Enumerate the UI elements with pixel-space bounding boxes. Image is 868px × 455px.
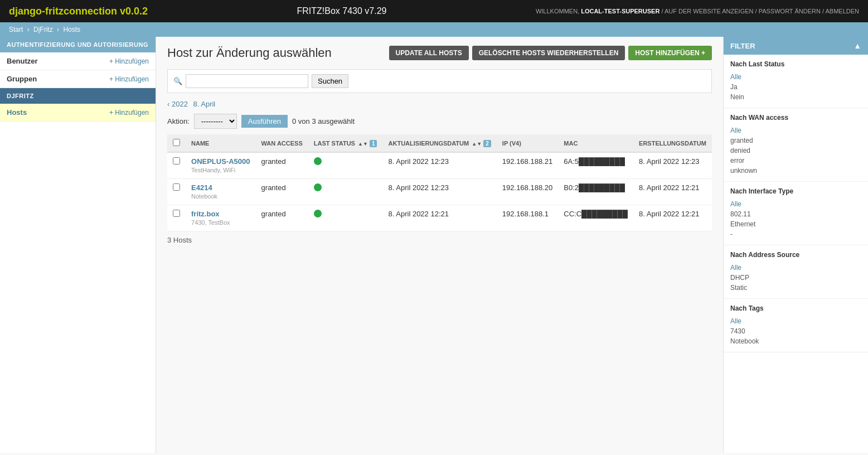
filter-item[interactable]: Notebook [730, 336, 861, 346]
date-back-link[interactable]: ‹ 2022 [167, 100, 188, 108]
filter-item[interactable]: DHCP [730, 273, 861, 283]
filter-item[interactable]: Alle [730, 316, 861, 326]
filter-item[interactable]: Alle [730, 71, 861, 82]
filter-item[interactable]: 7430 [730, 326, 861, 336]
host-name-link[interactable]: fritz.box [191, 210, 250, 218]
status-icon [314, 210, 322, 217]
filter-item[interactable]: error [730, 156, 861, 166]
filter-item[interactable]: Alle [730, 199, 861, 209]
benutzer-add-link[interactable]: + Hinzufügen [109, 57, 149, 65]
filter-item[interactable]: Alle [730, 262, 861, 273]
breadcrumb-start[interactable]: Start [9, 26, 23, 33]
add-host-button[interactable]: HOST HINZUFÜGEN + [628, 46, 712, 60]
row-aktualisierungsdatum: 8. April 2022 12:23 [383, 179, 497, 205]
row-select-checkbox[interactable] [173, 210, 180, 217]
host-sub: TestHandy, WiFi [191, 167, 235, 173]
filter-item-link[interactable]: Alle [730, 73, 741, 81]
row-mac: CC:C█████████ [558, 205, 633, 231]
filter-item[interactable]: Alle [730, 125, 861, 135]
col-name: NAME [186, 134, 256, 152]
filter-section-title: Nach Last Status [730, 60, 861, 68]
hosts-label: Hosts [7, 108, 27, 117]
breadcrumb-djfritz[interactable]: DjFritz [33, 26, 53, 33]
action-select[interactable]: --------- [194, 114, 237, 129]
table-row: fritz.box 7430, TestBox granted 8. April… [167, 205, 712, 231]
col-ip-v4: IP (V4) [497, 134, 558, 152]
row-select-checkbox[interactable] [173, 157, 180, 164]
nav-logout-link[interactable]: ABMELDEN [825, 8, 859, 14]
row-select-checkbox[interactable] [173, 183, 180, 191]
select-all-checkbox[interactable] [173, 139, 180, 146]
benutzer-label: Benutzer [7, 57, 38, 65]
row-wan-access: granted [256, 179, 308, 205]
filter-item-link[interactable]: Alle [730, 317, 741, 325]
col-last-status[interactable]: LAST STATUS ▲▼ 1 [308, 134, 383, 152]
page-title-row: Host zur Änderung auswählen UPDATE ALL H… [167, 46, 712, 60]
action-buttons: UPDATE ALL HOSTS GELÖSCHTE HOSTS WIEDERH… [389, 46, 712, 60]
filter-item[interactable]: Static [730, 283, 861, 293]
host-sub: 7430, TestBox [191, 219, 230, 226]
row-checkbox [167, 205, 186, 231]
nav-website-link[interactable]: AUF DER WEBSITE ANZEIGEN [665, 8, 754, 14]
username: LOCAL-TEST-SUPERUSER [581, 8, 660, 14]
row-checkbox [167, 152, 186, 179]
sidebar-item-gruppen: Gruppen + Hinzufügen [0, 70, 156, 88]
filter-item-link[interactable]: Alle [730, 264, 741, 272]
row-aktualisierungsdatum: 8. April 2022 12:21 [383, 205, 497, 231]
filter-item[interactable]: denied [730, 146, 861, 156]
row-name: E4214 Notebook [186, 179, 256, 205]
host-name-link[interactable]: ONEPLUS-A5000 [191, 157, 250, 166]
date-current-link[interactable]: 8. April [193, 100, 216, 108]
selection-info: 0 von 3 ausgewählt [292, 117, 355, 125]
main-layout: AUTHENTIFIZIERUNG UND AUTORISIERUNG Benu… [0, 37, 868, 453]
user-nav: WILLKOMMEN, LOCAL-TEST-SUPERUSER / AUF D… [536, 8, 859, 14]
col-aktualisierungsdatum[interactable]: AKTUALISIERUNGSDATUM ▲▼ 2 [383, 134, 497, 152]
status-icon [314, 183, 322, 191]
filter-item[interactable]: Ja [730, 82, 861, 92]
row-name: fritz.box 7430, TestBox [186, 205, 256, 231]
filter-section-title: Nach WAN access [730, 114, 861, 122]
sidebar: AUTHENTIFIZIERUNG UND AUTORISIERUNG Benu… [0, 37, 156, 453]
filter-item[interactable]: Ethernet [730, 219, 861, 229]
table-row: E4214 Notebook granted 8. April 2022 12:… [167, 179, 712, 205]
row-erstellungsdatum: 8. April 2022 12:21 [633, 205, 712, 231]
search-input[interactable] [186, 74, 308, 88]
search-button[interactable]: Suchen [312, 74, 348, 88]
col-mac: MAC [558, 134, 633, 152]
fritz-box-title: FRITZ!Box 7430 v7.29 [297, 6, 386, 16]
filter-item-link[interactable]: Alle [730, 127, 741, 134]
filter-item[interactable]: - [730, 229, 861, 239]
restore-hosts-button[interactable]: GELÖSCHTE HOSTS WIEDERHERSTELLEN [472, 46, 625, 60]
filter-item[interactable]: 802.11 [730, 209, 861, 219]
host-name-link[interactable]: E4214 [191, 183, 250, 192]
table-row: ONEPLUS-A5000 TestHandy, WiFi granted 8.… [167, 152, 712, 179]
djfritz-section-header: DJFRITZ [0, 88, 156, 104]
row-mac: 6A:5█████████ [558, 152, 633, 179]
filter-item-link[interactable]: Alle [730, 200, 741, 208]
row-last-status [308, 152, 383, 179]
total-count: 3 Hosts [167, 236, 712, 244]
row-ip-v4: 192.168.188.21 [497, 152, 558, 179]
filter-item[interactable]: Nein [730, 92, 861, 102]
filter-item[interactable]: granted [730, 135, 861, 146]
update-all-hosts-button[interactable]: UPDATE ALL HOSTS [389, 46, 469, 60]
table-header-row: NAME WAN ACCESS LAST STATUS ▲▼ 1 AKTUALI… [167, 134, 712, 152]
filter-section-title: Nach Interface Type [730, 187, 861, 195]
hosts-add-link[interactable]: + Hinzufügen [109, 109, 149, 117]
row-last-status [308, 179, 383, 205]
status-icon [314, 157, 322, 165]
main-content: Host zur Änderung auswählen UPDATE ALL H… [156, 37, 723, 453]
filter-collapse-icon[interactable]: ▲ [854, 41, 861, 50]
gruppen-add-link[interactable]: + Hinzufügen [109, 75, 149, 83]
app-title: django-fritzconnection v0.0.2 [9, 6, 148, 17]
row-last-status [308, 205, 383, 231]
row-erstellungsdatum: 8. April 2022 12:21 [633, 179, 712, 205]
nav-password-link[interactable]: PASSWORT ÄNDERN [759, 8, 821, 14]
action-execute-button[interactable]: Ausführen [241, 115, 288, 128]
row-ip-v4: 192.168.188.20 [497, 179, 558, 205]
action-row: Aktion: --------- Ausführen 0 von 3 ausg… [167, 114, 712, 129]
sidebar-item-hosts[interactable]: Hosts + Hinzufügen [0, 104, 156, 122]
page-title: Host zur Änderung auswählen [167, 46, 332, 60]
row-checkbox [167, 179, 186, 205]
filter-item[interactable]: unknown [730, 166, 861, 176]
